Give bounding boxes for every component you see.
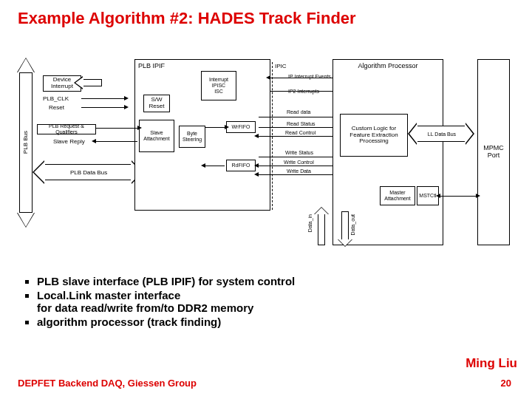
read-data-label: Read data [287, 109, 310, 115]
plb-req-arrow [96, 128, 137, 129]
slave-reply-arrow [96, 141, 137, 142]
write-status-arrow [259, 157, 332, 157]
alg-proc-label: Algorithm Processor [358, 63, 417, 70]
write-data-arrow [259, 174, 332, 175]
read-status-arrow [259, 127, 332, 128]
footer-text: DEPFET Backend DAQ, Giessen Group [18, 378, 197, 389]
write-control-arrow [259, 166, 332, 166]
data-in-shaft [318, 211, 325, 245]
read-control-label: Read Control [285, 130, 316, 136]
int-events-arrow [270, 78, 332, 78]
slave-reply-label: Slave Reply [53, 139, 85, 146]
read-control-arrow [259, 136, 332, 137]
plb-bus-arrow-up-fill [18, 58, 34, 72]
bullet-list: PLB slave interface (PLB IPIF) for syste… [24, 275, 295, 330]
bullet-item: PLB slave interface (PLB IPIF) for syste… [37, 275, 295, 287]
plb-bus-label: PLB Bus [23, 131, 30, 154]
slide-title: Example Algorithm #2: HADES Track Finder [18, 9, 356, 28]
plb-clk-arrow [81, 98, 124, 99]
plb-bus-block: PLB Bus [19, 72, 33, 213]
data-in-label: Data_in [307, 214, 313, 232]
custom-logic-block: Custom Logic for Feature Extraction Proc… [340, 114, 408, 157]
write-status-label: Write Status [285, 150, 313, 156]
bs-wrfifo-arrow [205, 127, 225, 128]
master-attach-block: Master Attachment [380, 186, 415, 205]
data-out-shaft [341, 211, 349, 241]
reset-label: Reset [49, 105, 64, 112]
plb-bus-arrow-down-fill [18, 213, 34, 227]
byte-steer-block: Byte Steering [179, 126, 205, 148]
ip-int-events-label: IP Interrupt Events [288, 74, 331, 80]
data-out-label: Data_out [350, 214, 356, 235]
write-data-label: Write Data [287, 168, 311, 174]
read-status-label: Read Status [287, 121, 316, 127]
data-out-head-fill [338, 239, 352, 246]
write-control-label: Write Control [284, 160, 314, 166]
ipic-label: IPIC [275, 64, 287, 70]
bullet-item: algorithm processor (track finding) [37, 316, 295, 328]
data-in-head-fill [315, 208, 328, 214]
plb-req-block: PLB Request & Qualifiers [37, 124, 96, 134]
author-name: Ming Liu [466, 356, 517, 371]
rdfifo-block: RdFIFO [226, 160, 256, 171]
ip2-int-arrow [270, 91, 332, 92]
wrfifo-block: WrFIFO [226, 121, 256, 133]
plb-clk-label: PLB_CLK [43, 96, 69, 103]
block-diagram: PLB Bus Device Interrupt PLB_CLK Reset P… [7, 44, 525, 255]
read-data-arrow [259, 117, 332, 117]
sw-reset-block: S/W Reset [143, 95, 170, 112]
plb-ipif-label: PLB IPIF [138, 63, 165, 70]
mst-mpmc-arrow [440, 196, 476, 197]
page-number: 20 [501, 378, 511, 389]
bullet-item: Local.Link master interfacefor data read… [37, 289, 295, 314]
slave-attach-block: Slave Attachment [139, 120, 174, 152]
reset-arrow [81, 107, 124, 108]
mpmc-block: MPMC Port [477, 59, 510, 245]
interrupt-block: Interrupt IPISC ISC [201, 71, 236, 100]
bs-rdfifo-arrow [205, 166, 225, 166]
